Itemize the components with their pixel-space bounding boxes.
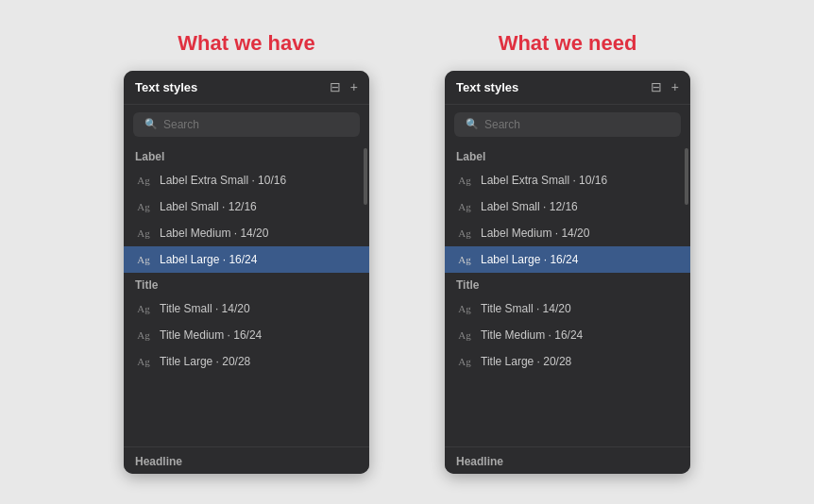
left-list-content: Label Ag Label Extra Small · 10/16 Ag La… [124,144,369,375]
right-search-input[interactable] [484,118,670,131]
ag-badge: Ag [135,303,152,314]
list-item-selected[interactable]: Ag Label Large · 16/24 [124,246,369,273]
ag-badge: Ag [456,227,473,239]
right-list-content: Label Ag Label Extra Small · 10/16 Ag La… [445,144,690,375]
item-label: Title Medium · 16/24 [481,328,583,342]
left-list-container: Label Ag Label Extra Small · 10/16 Ag La… [124,144,369,446]
list-item[interactable]: Ag Title Small · 14/20 [445,295,690,322]
left-search-bar: 🔍 [133,112,360,137]
left-bottom-bar: Headline [124,446,369,474]
ag-badge: Ag [135,201,152,212]
item-label: Title Large · 20/28 [160,355,250,368]
list-item-selected[interactable]: Ag Label Large · 16/24 [445,246,690,273]
list-item[interactable]: Ag Label Extra Small · 10/16 [445,167,690,193]
item-label: Title Medium · 16/24 [160,328,262,342]
ag-badge: Ag [456,254,473,265]
list-item[interactable]: Ag Title Small · 14/20 [124,295,369,322]
ag-badge: Ag [135,329,152,341]
ag-badge: Ag [456,356,473,367]
left-column: What we have Text styles ⊟ + 🔍 Label Ag … [124,31,369,474]
right-scrollbar [685,144,688,446]
ag-badge: Ag [135,356,152,367]
left-bottom-section: Headline [135,455,182,468]
right-list-container: Label Ag Label Extra Small · 10/16 Ag La… [445,144,690,446]
left-plus-icon[interactable]: + [350,80,358,93]
list-item[interactable]: Ag Title Large · 20/28 [124,348,369,375]
list-item[interactable]: Ag Title Medium · 16/24 [124,322,369,348]
item-label: Title Small · 14/20 [160,302,250,315]
item-label: Label Small · 12/16 [481,200,578,213]
right-section-label: Label [445,144,690,167]
item-label: Title Small · 14/20 [481,302,571,315]
right-panel-title: Text styles [456,80,518,94]
item-label: Label Extra Small · 10/16 [481,174,607,187]
left-section-title: Title [124,273,369,295]
item-label: Label Medium · 14/20 [481,227,589,240]
left-panel-title: Text styles [135,80,197,94]
right-heading: What we need [499,31,637,56]
left-scrollbar [364,144,367,446]
item-label: Label Large · 16/24 [481,253,578,266]
item-label: Label Small · 12/16 [160,200,257,213]
list-item[interactable]: Ag Label Small · 12/16 [445,193,690,220]
right-search-icon: 🔍 [466,118,479,130]
list-item[interactable]: Ag Label Extra Small · 10/16 [124,167,369,193]
ag-badge: Ag [135,227,152,239]
item-label: Title Large · 20/28 [481,355,571,368]
left-heading: What we have [178,31,314,56]
left-panel-header: Text styles ⊟ + [124,71,369,105]
list-item[interactable]: Ag Label Medium · 14/20 [445,220,690,246]
right-scrollbar-thumb[interactable] [685,148,688,205]
right-column: What we need Text styles ⊟ + 🔍 Label Ag … [445,31,690,474]
right-panel-header: Text styles ⊟ + [445,71,690,105]
item-label: Label Medium · 14/20 [160,227,268,240]
item-label: Label Extra Small · 10/16 [160,174,286,187]
ag-badge: Ag [456,303,473,314]
list-item[interactable]: Ag Label Medium · 14/20 [124,220,369,246]
left-panel: Text styles ⊟ + 🔍 Label Ag Label Extra S… [124,71,369,474]
main-layout: What we have Text styles ⊟ + 🔍 Label Ag … [0,12,814,493]
ag-badge: Ag [456,329,473,341]
ag-badge: Ag [456,175,473,186]
ag-badge: Ag [135,175,152,186]
left-section-label: Label [124,144,369,167]
left-book-icon[interactable]: ⊟ [330,80,341,93]
right-panel: Text styles ⊟ + 🔍 Label Ag Label Extra S… [445,71,690,474]
list-item[interactable]: Ag Label Small · 12/16 [124,193,369,220]
list-item[interactable]: Ag Title Large · 20/28 [445,348,690,375]
right-bottom-bar: Headline [445,446,690,474]
list-item[interactable]: Ag Title Medium · 16/24 [445,322,690,348]
left-search-input[interactable] [163,118,348,131]
left-panel-header-icons: ⊟ + [330,80,358,93]
right-bottom-section: Headline [456,455,503,468]
right-book-icon[interactable]: ⊟ [651,80,662,93]
ag-badge: Ag [456,201,473,212]
item-label: Label Large · 16/24 [160,253,257,266]
right-panel-header-icons: ⊟ + [651,80,679,93]
right-plus-icon[interactable]: + [671,80,679,93]
left-search-icon: 🔍 [144,118,158,130]
right-section-title: Title [445,273,690,295]
right-search-bar: 🔍 [454,112,681,137]
ag-badge: Ag [135,254,152,265]
left-scrollbar-thumb[interactable] [364,148,367,205]
